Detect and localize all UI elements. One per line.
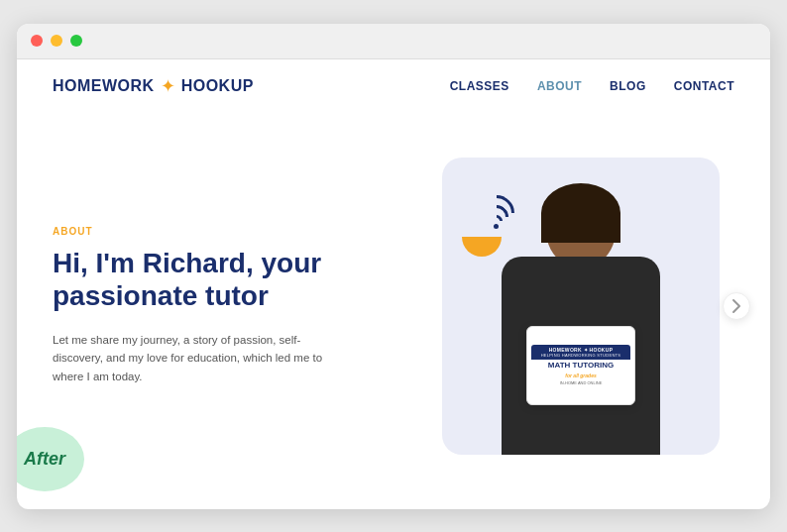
box-logo-text: HOMEWORK ✦ HOOKUP [535, 347, 626, 353]
box-footer-text: IN-HOME AND ONLINE [560, 380, 603, 385]
hero-description: Let me share my journey, a story of pass… [53, 331, 330, 385]
box-sub-text: for all grades [565, 372, 596, 378]
main-section: ABOUT Hi, I'm Richard, your passionate t… [17, 113, 770, 509]
nav-links: CLASSES ABOUT BLOG CONTACT [450, 79, 734, 93]
browser-window: HOMEWORK ✦ HOOKUP CLASSES ABOUT BLOG CON… [17, 24, 770, 509]
nav-contact[interactable]: CONTACT [674, 79, 734, 93]
logo-hookup: HOOKUP [181, 77, 254, 95]
box-main-text: MATH TUTORING [548, 362, 614, 371]
right-content: HOMEWORK ✦ HOOKUP Helping Hardworking St… [427, 133, 734, 479]
nav-classes[interactable]: CLASSES [450, 79, 509, 93]
wifi-arcs [472, 187, 521, 237]
nav-blog[interactable]: BLOG [610, 79, 646, 93]
box-logo-row: HOMEWORK ✦ HOOKUP Helping Hardworking St… [531, 345, 630, 360]
page-content: HOMEWORK ✦ HOOKUP CLASSES ABOUT BLOG CON… [17, 59, 770, 509]
logo-star-icon: ✦ [161, 75, 175, 97]
left-content: ABOUT Hi, I'm Richard, your passionate t… [53, 133, 427, 479]
after-label: After [24, 449, 65, 470]
person-hair [541, 183, 620, 243]
navbar: HOMEWORK ✦ HOOKUP CLASSES ABOUT BLOG CON… [17, 59, 770, 113]
hero-image-bg: HOMEWORK ✦ HOOKUP Helping Hardworking St… [442, 158, 720, 455]
wifi-dot [494, 224, 499, 229]
close-dot[interactable] [31, 35, 43, 47]
minimize-dot[interactable] [51, 35, 62, 47]
hero-title: Hi, I'm Richard, your passionate tutor [53, 247, 407, 313]
box-logo-subtext: Helping Hardworking Students [535, 353, 626, 358]
browser-chrome [17, 24, 770, 59]
about-label: ABOUT [53, 226, 407, 237]
logo: HOMEWORK ✦ HOOKUP [53, 75, 254, 97]
wifi-decoration [472, 187, 521, 237]
product-box: HOMEWORK ✦ HOOKUP Helping Hardworking St… [526, 326, 635, 405]
logo-homework: HOMEWORK [53, 77, 155, 95]
chevron-right-icon [731, 298, 741, 314]
maximize-dot[interactable] [70, 35, 82, 47]
nav-about[interactable]: ABOUT [537, 79, 582, 93]
next-arrow-button[interactable] [723, 292, 750, 320]
